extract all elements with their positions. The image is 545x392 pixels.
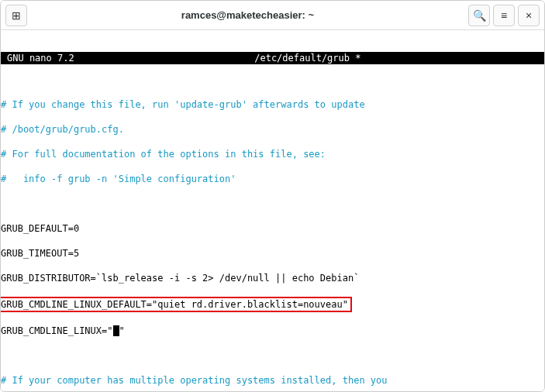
nano-filepath: /etc/default/grub * bbox=[74, 52, 541, 64]
highlighted-line: GRUB_CMDLINE_LINUX_DEFAULT="quiet rd.dri… bbox=[1, 297, 541, 312]
file-line: # info -f grub -n 'Simple configuration' bbox=[1, 173, 541, 185]
search-icon: 🔍 bbox=[473, 10, 486, 21]
window-title: ramces@maketecheasier: ~ bbox=[27, 9, 468, 21]
file-line: GRUB_TIMEOUT=5 bbox=[1, 247, 541, 260]
nano-version: GNU nano 7.2 bbox=[4, 52, 74, 64]
new-tab-button[interactable]: ⊞ bbox=[5, 5, 27, 26]
text-cursor bbox=[113, 325, 119, 336]
file-line: GRUB_DISTRIBUTOR=`lsb_release -i -s 2> /… bbox=[1, 272, 541, 284]
window-titlebar: ⊞ ramces@maketecheasier: ~ 🔍 ≡ × bbox=[1, 1, 544, 30]
cursor-line: GRUB_CMDLINE_LINUX="" bbox=[1, 325, 541, 337]
close-button[interactable]: × bbox=[518, 5, 540, 26]
plus-icon: ⊞ bbox=[12, 10, 21, 21]
file-line: GRUB_DEFAULT=0 bbox=[1, 222, 541, 235]
hamburger-icon: ≡ bbox=[501, 10, 507, 21]
menu-button[interactable]: ≡ bbox=[493, 5, 515, 26]
file-line: # If you change this file, run 'update-g… bbox=[1, 98, 541, 111]
editor-content: # If you change this file, run 'update-g… bbox=[1, 86, 544, 391]
nano-header: GNU nano 7.2 /etc/default/grub * bbox=[1, 52, 544, 64]
close-icon: × bbox=[526, 10, 532, 21]
file-line: # /boot/grub/grub.cfg. bbox=[1, 123, 541, 136]
terminal-area[interactable]: GNU nano 7.2 /etc/default/grub * # If yo… bbox=[1, 30, 544, 391]
search-button[interactable]: 🔍 bbox=[468, 5, 490, 26]
highlight-box: GRUB_CMDLINE_LINUX_DEFAULT="quiet rd.dri… bbox=[1, 297, 352, 312]
file-line: # If your computer has multiple operatin… bbox=[1, 374, 541, 387]
file-line: # For full documentation of the options … bbox=[1, 148, 541, 160]
